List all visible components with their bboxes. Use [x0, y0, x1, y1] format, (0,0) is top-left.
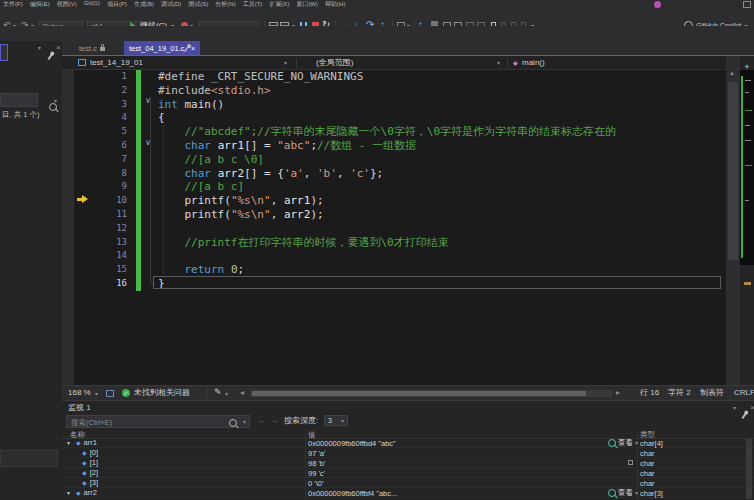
watch-type: char	[640, 459, 655, 468]
expand-arrow-icon[interactable]: ▼	[66, 490, 71, 496]
watch-row-2[interactable]: ◆[2]99 'c'char	[62, 468, 754, 478]
breadcrumb-project-dropdown-icon[interactable]: ▾	[284, 60, 287, 66]
code-lines[interactable]: 1#define _CRT_SECURE_NO_WARNINGS2#includ…	[74, 70, 724, 291]
edit-pen-icon[interactable]: ✎	[214, 388, 222, 397]
watch-scrollbar[interactable]	[746, 439, 752, 499]
pen-dropdown-icon[interactable]: ▾	[225, 391, 228, 397]
watch-dropdown-icon[interactable]: ▾	[733, 405, 736, 411]
watch-row-0[interactable]: ◆[0]97 'a'char	[62, 448, 754, 458]
minimap[interactable]	[740, 70, 754, 265]
tab-test-04-19-01-c[interactable]: test_04_19_01.c ×	[124, 41, 200, 56]
menu-item-P[interactable]: 项目(P)	[107, 0, 127, 9]
watch-row-3[interactable]: ◆[3]0 '\0'char	[62, 478, 754, 488]
navigation-bar	[62, 56, 740, 70]
menu-item-X[interactable]: 扩展(X)	[269, 0, 289, 9]
zoom-dropdown-icon[interactable]: ▾	[95, 391, 98, 397]
watch-prev-icon[interactable]: ←	[258, 417, 266, 425]
code-line[interactable]: 15 return 0;	[74, 263, 724, 277]
health-status-label[interactable]: 未找到相关问题	[134, 389, 190, 397]
menu-item-W[interactable]: 窗口(W)	[296, 0, 318, 9]
view-button[interactable]: 查看▾	[608, 438, 638, 448]
fold-collapse-icon-line6[interactable]: ∨	[145, 139, 151, 147]
eol-indicator[interactable]: CRLF	[734, 389, 754, 397]
menu-item-B[interactable]: 生成(B)	[134, 0, 154, 9]
window-layout-icon[interactable]	[743, 1, 751, 8]
user-avatar[interactable]	[654, 1, 661, 8]
menu-item-F[interactable]: 文件(F)	[3, 0, 23, 9]
code-line[interactable]: 1#define _CRT_SECURE_NO_WARNINGS	[74, 70, 724, 84]
panel-searchbox-fragment[interactable]	[0, 44, 8, 61]
breadcrumb-symbol[interactable]: main()	[522, 59, 545, 67]
column-indicator[interactable]: 字符 2	[668, 389, 691, 397]
breadcrumb-scope[interactable]: (全局范围)	[316, 59, 353, 67]
panel-dropdown-icon[interactable]: ▾	[38, 45, 41, 51]
code-line[interactable]: 6 char arr1[] = "abc";//数组 - 一组数据	[74, 139, 724, 153]
explorer-search-dropdown-icon[interactable]: ▾	[54, 98, 57, 104]
breadcrumb-scope-dropdown-icon[interactable]: ▾	[497, 60, 500, 66]
code-line[interactable]: 10 printf("%s\n", arr1);	[74, 194, 724, 208]
watch-close-icon[interactable]: ×	[750, 404, 754, 412]
debug-location-toolbar: ▾ 生成解决方案 - 线程: [9472] 主线程▾ ⚑ 堆栈帧: main▾ …	[0, 26, 754, 42]
code-line[interactable]: 11 printf("%s\n", arr2);	[74, 208, 724, 222]
menu-items: 文件(F)编辑(E)视图(V)Git(G)项目(P)生成(B)调试(D)测试(S…	[3, 0, 352, 9]
hscroll-thumb[interactable]	[252, 391, 586, 396]
code-line[interactable]: 5 //"abcdef";//字符串的末尾隐藏一个\0字符，\0字符是作为字符串…	[74, 125, 724, 139]
panel-close-icon[interactable]: ×	[56, 44, 61, 52]
watch-search-input[interactable]: 搜索(Ctrl+E) ▾	[66, 415, 250, 428]
code-line[interactable]: 14	[74, 249, 724, 263]
editor-vertical-scrollbar[interactable]: ▲	[726, 56, 740, 385]
panel-splitter[interactable]	[62, 70, 74, 385]
search-depth-dropdown[interactable]: 3▾	[324, 415, 348, 426]
view-dropdown-icon[interactable]: ▾	[635, 490, 638, 496]
expand-arrow-icon[interactable]: ▼	[66, 440, 71, 446]
watch-row-arr2[interactable]: ▼◆arr20x0000009fb60ffbf4 "abc...查看▾char[…	[62, 488, 754, 498]
menu-item-GitG[interactable]: Git(G)	[84, 0, 100, 9]
watch-row-1[interactable]: ◆[1]98 'b'char	[62, 458, 754, 468]
code-line[interactable]: 8 char arr2[] = {'a', 'b', 'c'};	[74, 167, 724, 181]
hscroll-left-icon[interactable]: ◂	[240, 389, 244, 397]
menu-item-D[interactable]: 调试(D)	[161, 0, 181, 9]
code-line[interactable]: 13 //printf在打印字符串的时候，要遇到\0才打印结束	[74, 236, 724, 250]
scroll-up-icon[interactable]: ▲	[729, 70, 735, 76]
explorer-search-icon[interactable]	[49, 103, 57, 111]
fold-collapse-icon-line3[interactable]: ∨	[145, 97, 151, 105]
code-line[interactable]: 7 //[a b c \0]	[74, 153, 724, 167]
watch-next-icon[interactable]: →	[270, 417, 278, 425]
code-line[interactable]: 4{	[74, 111, 724, 125]
scrollbar-thumb[interactable]	[728, 82, 738, 260]
menu-item-N[interactable]: 分析(N)	[215, 0, 235, 9]
watch-value: 99 'c'	[308, 469, 325, 478]
code-line[interactable]: 12	[74, 222, 724, 236]
horizontal-scrollbar[interactable]	[250, 390, 612, 397]
code-line[interactable]: 3int main()	[74, 98, 724, 112]
tab-pin-icon[interactable]	[185, 46, 189, 51]
watch-value: 0x0000009fb60ffbf4 "abc...	[308, 489, 397, 498]
menu-item-T[interactable]: 工具(T)	[243, 0, 263, 9]
explorer-search-input[interactable]	[0, 93, 38, 107]
tabs-indicator[interactable]: 制表符	[700, 389, 724, 397]
code-line[interactable]: 2#include<stdio.h>	[74, 84, 724, 98]
watch-row-arr1[interactable]: ▼◆arr10x0000009fb60ffbd4 "abc"查看▾char[4]	[62, 438, 754, 448]
watch-pin-icon[interactable]	[741, 413, 746, 419]
line-indicator[interactable]: 行 16	[640, 389, 659, 397]
hscroll-right-icon[interactable]: ▸	[616, 389, 620, 397]
breadcrumb-project[interactable]: test_14_19_01	[90, 59, 143, 67]
panel-pin-icon[interactable]	[47, 54, 52, 60]
watch-search-icon[interactable]	[229, 419, 237, 427]
watch-search-placeholder: 搜索(Ctrl+E)	[71, 418, 112, 428]
view-dropdown-icon[interactable]: ▾	[635, 440, 638, 446]
watch-type: char	[640, 449, 655, 458]
watch-name: [1]	[90, 458, 98, 467]
menu-item-H[interactable]: 帮助(H)	[325, 0, 345, 9]
menu-item-E[interactable]: 编辑(E)	[30, 0, 50, 9]
watch-search-dropdown-icon[interactable]: ▾	[243, 419, 246, 425]
tab-label: test.c	[79, 44, 97, 53]
code-line[interactable]: 9 //[a b c]	[74, 180, 724, 194]
menu-item-S[interactable]: 测试(S)	[188, 0, 208, 9]
zoom-level[interactable]: 168 %	[68, 389, 91, 397]
health-indicator-icon[interactable]	[106, 390, 114, 397]
split-editor-handle[interactable]: +	[740, 56, 754, 70]
view-button[interactable]: 查看▾	[608, 488, 638, 498]
menu-item-V[interactable]: 视图(V)	[57, 0, 77, 9]
tab-test-c[interactable]: test.c	[74, 41, 110, 56]
